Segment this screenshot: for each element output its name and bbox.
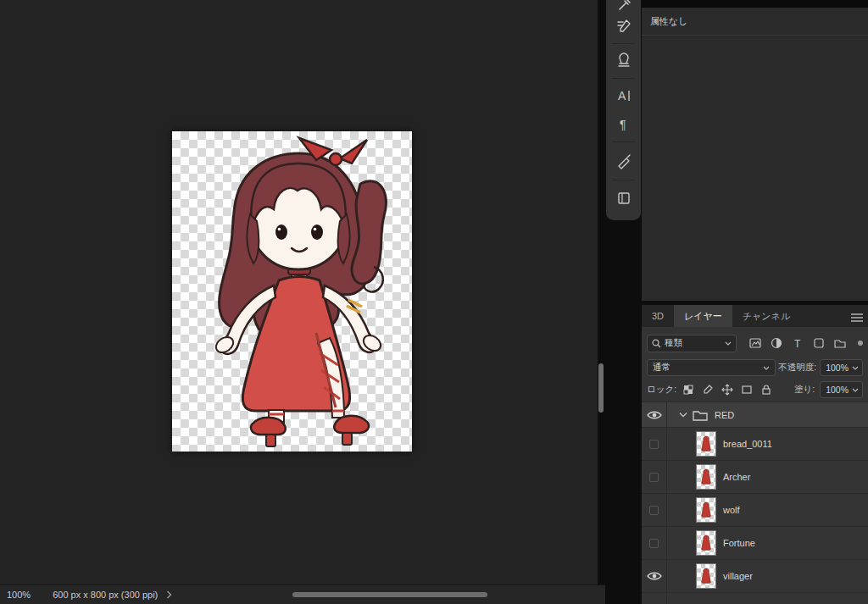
chevron-down-icon: [852, 366, 859, 370]
opacity-label: 不透明度:: [778, 362, 816, 374]
photoshop-window: A ¶ 属性なし 3D レイヤー チャンネル 種類: [0, 0, 868, 604]
layer-name: RED: [715, 410, 734, 420]
lock-position-icon[interactable]: [721, 383, 734, 396]
opacity-value: 100%: [826, 363, 849, 373]
status-chevron-icon[interactable]: [166, 590, 172, 599]
layer-thumbnail[interactable]: [696, 563, 716, 589]
svg-text:T: T: [794, 338, 801, 350]
layer-row-wolf[interactable]: wolf: [642, 494, 868, 527]
layer-list: RED bread_0011 Archer: [642, 402, 868, 604]
blend-mode-value: 通常: [653, 362, 758, 374]
layer-name: Archer: [723, 472, 750, 482]
layer-thumbnail[interactable]: [696, 464, 716, 490]
layer-name: bread_0011: [723, 439, 772, 449]
layer-thumbnail[interactable]: [696, 431, 716, 457]
adjustment-filter-icon[interactable]: [770, 336, 783, 350]
status-bar: 100% 600 px x 800 px (300 ppi): [0, 585, 605, 604]
visibility-eye-icon[interactable]: [642, 593, 667, 604]
properties-empty-label: 属性なし: [642, 8, 868, 36]
layer-row-archer[interactable]: Archer: [642, 461, 868, 494]
visibility-eye-icon[interactable]: [642, 402, 667, 427]
lock-label: ロック:: [647, 384, 676, 396]
artboard-tool-icon[interactable]: [606, 183, 641, 213]
fill-value: 100%: [826, 385, 849, 395]
chevron-down-icon: [763, 366, 770, 370]
document-info: 600 px x 800 px (300 ppi): [53, 590, 158, 600]
lock-artboard-icon[interactable]: [740, 383, 754, 396]
visibility-toggle[interactable]: [642, 494, 667, 526]
smart-object-filter-icon[interactable]: [833, 336, 847, 350]
visibility-toggle[interactable]: [642, 527, 667, 559]
chevron-down-icon: [852, 388, 859, 392]
opacity-value-box[interactable]: 100%: [820, 359, 863, 376]
document-canvas[interactable]: [172, 131, 412, 452]
fill-value-box[interactable]: 100%: [820, 381, 863, 398]
tab-3d[interactable]: 3D: [642, 305, 674, 327]
visibility-toggle[interactable]: [642, 461, 667, 493]
visibility-eye-icon[interactable]: [642, 560, 667, 592]
slice-tool-icon[interactable]: [606, 145, 641, 177]
zoom-level[interactable]: 100%: [7, 590, 31, 600]
folder-icon: [693, 409, 708, 421]
layer-row-villager[interactable]: villager: [642, 560, 868, 593]
layer-thumbnail[interactable]: [696, 497, 716, 523]
filter-toggle-dot[interactable]: [858, 341, 863, 346]
svg-text:A: A: [618, 89, 626, 103]
properties-panel-header: [642, 0, 868, 8]
clone-stamp-tool-icon[interactable]: [606, 47, 641, 75]
artwork-girl: [172, 131, 412, 452]
layer-row-character-group[interactable]: character: [642, 593, 868, 604]
layer-row-bread[interactable]: bread_0011: [642, 428, 868, 461]
layer-name: Fortune: [723, 538, 755, 548]
pixel-filter-icon[interactable]: [748, 336, 762, 350]
visibility-toggle[interactable]: [642, 428, 667, 460]
type-tool-icon[interactable]: A: [606, 81, 641, 110]
lock-transparency-icon[interactable]: [682, 383, 695, 396]
eyedropper-tool-icon[interactable]: [606, 0, 641, 12]
layers-panel: 3D レイヤー チャンネル 種類 T 通常: [642, 305, 868, 604]
chevron-down-icon[interactable]: [677, 412, 689, 418]
shape-filter-icon[interactable]: [812, 336, 826, 350]
lock-pixels-icon[interactable]: [701, 383, 715, 396]
tab-channels[interactable]: チャンネル: [732, 305, 800, 327]
blend-mode-dropdown[interactable]: 通常: [647, 359, 776, 376]
layer-thumbnail[interactable]: [696, 530, 716, 556]
type-filter-icon[interactable]: T: [791, 336, 804, 350]
fill-label: 塗り:: [794, 384, 815, 396]
filter-type-label: 種類: [665, 337, 721, 349]
canvas-vertical-scrollbar[interactable]: [598, 363, 604, 413]
layer-filter-search[interactable]: 種類: [647, 335, 737, 352]
panel-menu-icon[interactable]: [851, 311, 863, 326]
panel-gap: [598, 0, 605, 604]
canvas-area[interactable]: [0, 0, 598, 585]
layers-tabbar: 3D レイヤー チャンネル: [642, 305, 868, 327]
chevron-down-icon: [725, 341, 732, 346]
brush-settings-tool-icon[interactable]: [606, 12, 641, 41]
svg-text:¶: ¶: [620, 118, 626, 131]
properties-panel: 属性なし: [642, 0, 868, 301]
layer-row-fortune[interactable]: Fortune: [642, 527, 868, 560]
layer-row-red-group[interactable]: RED: [642, 402, 868, 428]
lock-all-icon[interactable]: [760, 383, 773, 396]
paragraph-tool-icon[interactable]: ¶: [606, 110, 641, 139]
layer-name: villager: [723, 571, 753, 581]
layer-name: wolf: [723, 505, 740, 515]
search-icon: [652, 339, 661, 348]
tools-panel: A ¶: [606, 0, 641, 220]
tab-layers[interactable]: レイヤー: [674, 305, 732, 327]
canvas-horizontal-scrollbar[interactable]: [292, 592, 487, 597]
